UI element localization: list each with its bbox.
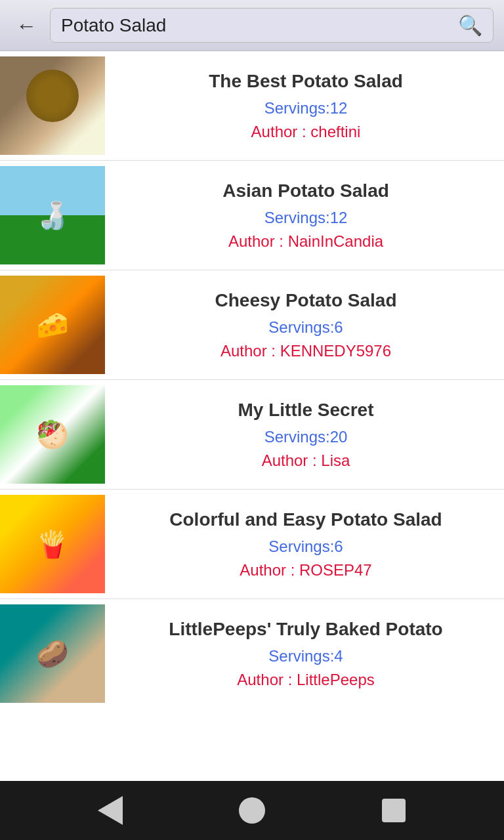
recipe-thumbnail: 🥗 — [0, 56, 105, 155]
recipe-thumbnail: 🧀 — [0, 276, 105, 374]
recipe-author: Author : LittlePeeps — [237, 671, 374, 689]
recipe-info: My Little SecretServings:20Author : Lisa — [113, 394, 504, 475]
nav-back-button[interactable] — [94, 794, 127, 827]
recipe-image: 🥔 — [0, 604, 105, 703]
recipe-info: The Best Potato SaladServings:12Author :… — [113, 65, 504, 146]
recipe-image: 🍟 — [0, 495, 105, 593]
recipe-servings: Servings:4 — [268, 647, 343, 665]
recipe-title: LittlePeeps' Truly Baked Potato — [169, 618, 442, 640]
recipe-author: Author : NainInCandia — [228, 232, 383, 251]
recipe-servings: Servings:20 — [264, 428, 348, 446]
nav-recent-button[interactable] — [377, 794, 410, 827]
search-bar: ← 🔍 — [0, 0, 504, 51]
recipe-image: 🍶 — [0, 166, 105, 264]
recipe-title: The Best Potato Salad — [209, 70, 403, 93]
nav-home-button[interactable] — [236, 794, 268, 827]
search-input[interactable] — [61, 15, 458, 36]
recipe-image: 🥙 — [0, 385, 105, 484]
recipe-thumbnail: 🍟 — [0, 495, 105, 593]
recipe-author: Author : ROSEP47 — [240, 561, 371, 579]
recipe-servings: Servings:12 — [264, 209, 348, 227]
search-input-wrapper[interactable]: 🔍 — [50, 8, 494, 43]
recipe-servings: Servings:6 — [268, 318, 343, 337]
recipe-title: Colorful and Easy Potato Salad — [169, 509, 442, 531]
recipe-item[interactable]: 🍟Colorful and Easy Potato SaladServings:… — [0, 490, 504, 599]
recipe-thumbnail: 🍶 — [0, 166, 105, 264]
recipe-thumbnail: 🥙 — [0, 385, 105, 484]
recipe-thumbnail: 🥔 — [0, 604, 105, 703]
recipe-item[interactable]: 🥙My Little SecretServings:20Author : Lis… — [0, 380, 504, 490]
recipe-image: 🥗 — [0, 56, 105, 155]
recipe-info: Colorful and Easy Potato SaladServings:6… — [113, 503, 504, 585]
recipe-item[interactable]: 🍶Asian Potato SaladServings:12Author : N… — [0, 161, 504, 270]
back-button[interactable]: ← — [10, 12, 42, 39]
recipe-title: Asian Potato Salad — [222, 180, 389, 202]
recipe-item[interactable]: 🧀Cheesy Potato SaladServings:6Author : K… — [0, 270, 504, 380]
search-icon: 🔍 — [458, 14, 482, 37]
recipe-author: Author : Lisa — [262, 452, 350, 470]
recipe-item[interactable]: 🥗The Best Potato SaladServings:12Author … — [0, 51, 504, 161]
recipe-item[interactable]: 🥔LittlePeeps' Truly Baked PotatoServings… — [0, 599, 504, 708]
recipe-title: My Little Secret — [238, 399, 374, 421]
recipe-list: 🥗The Best Potato SaladServings:12Author … — [0, 51, 504, 781]
recipe-author: Author : KENNEDY5976 — [220, 342, 391, 360]
recipe-info: LittlePeeps' Truly Baked PotatoServings:… — [113, 613, 504, 694]
recipe-info: Cheesy Potato SaladServings:6Author : KE… — [113, 284, 504, 366]
recipe-author: Author : cheftini — [251, 123, 361, 141]
recipe-servings: Servings:12 — [264, 99, 348, 117]
recipe-title: Cheesy Potato Salad — [215, 289, 397, 312]
recipe-info: Asian Potato SaladServings:12Author : Na… — [113, 175, 504, 256]
recipe-image: 🧀 — [0, 276, 105, 374]
recipe-servings: Servings:6 — [268, 537, 343, 556]
bottom-navigation — [0, 781, 504, 840]
